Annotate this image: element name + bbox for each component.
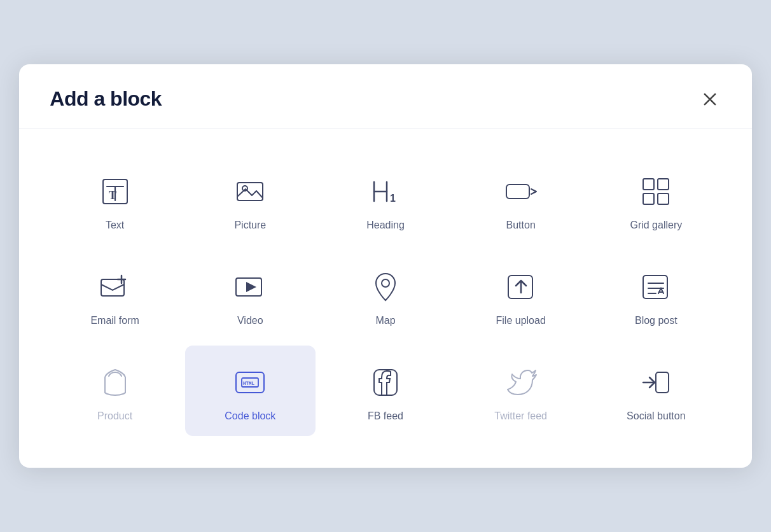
svg-rect-6: [237, 183, 263, 200]
block-label-social-button: Social button: [627, 410, 686, 422]
block-label-picture: Picture: [234, 220, 266, 231]
block-item-button[interactable]: Button: [455, 155, 586, 245]
block-item-video[interactable]: Video: [185, 250, 316, 340]
add-block-modal: Add a block T Text Picture 1 Heading: [19, 64, 751, 468]
grid-gallery-icon: [637, 172, 675, 211]
block-item-email-form[interactable]: Email form: [50, 250, 180, 340]
block-label-code-block: Code block: [225, 410, 275, 422]
picture-icon: [231, 172, 269, 211]
block-label-text: Text: [106, 220, 124, 231]
map-icon: [366, 268, 405, 306]
product-icon: [96, 363, 134, 402]
block-label-blog-post: Blog post: [635, 315, 677, 326]
block-label-email-form: Email form: [90, 315, 139, 326]
blocks-grid: T Text Picture 1 Heading Button Grid gal…: [50, 155, 721, 436]
block-label-map: Map: [375, 315, 395, 326]
text-icon: T: [96, 172, 134, 211]
block-label-file-upload: File upload: [496, 315, 546, 326]
svg-rect-34: [656, 372, 669, 393]
fb-feed-icon: [366, 363, 405, 402]
block-item-fb-feed[interactable]: FB feed: [321, 346, 451, 436]
svg-rect-14: [658, 179, 669, 190]
block-item-map[interactable]: Map: [321, 250, 451, 340]
block-item-grid-gallery[interactable]: Grid gallery: [591, 155, 721, 245]
email-form-icon: [96, 268, 134, 306]
blog-post-icon: [637, 268, 675, 306]
svg-rect-33: [374, 370, 397, 395]
code-block-icon: HTML: [231, 363, 269, 402]
block-label-heading: Heading: [366, 220, 405, 231]
twitter-feed-icon: [502, 363, 540, 402]
block-label-grid-gallery: Grid gallery: [630, 220, 682, 231]
heading-icon: 1: [366, 172, 405, 211]
block-item-heading[interactable]: 1 Heading: [321, 155, 451, 245]
block-label-video: Video: [237, 315, 263, 326]
svg-rect-17: [101, 279, 124, 296]
svg-rect-25: [643, 276, 667, 298]
modal-header: Add a block: [19, 64, 751, 129]
block-item-blog-post[interactable]: Blog post: [591, 250, 721, 340]
block-item-picture[interactable]: Picture: [185, 155, 316, 245]
close-button[interactable]: [698, 88, 721, 111]
block-item-file-upload[interactable]: File upload: [455, 250, 586, 340]
block-item-twitter-feed[interactable]: Twitter feed: [455, 346, 586, 436]
video-icon: [231, 268, 269, 306]
svg-rect-12: [506, 185, 529, 199]
svg-text:HTML: HTML: [243, 381, 255, 386]
block-label-product: Product: [97, 410, 132, 422]
block-item-social-button[interactable]: Social button: [591, 346, 721, 436]
modal-body: T Text Picture 1 Heading Button Grid gal…: [19, 129, 751, 468]
block-label-fb-feed: FB feed: [368, 410, 403, 422]
svg-rect-13: [643, 179, 654, 190]
file-upload-icon: [502, 268, 540, 306]
svg-rect-16: [658, 193, 669, 204]
social-button-icon: [637, 363, 675, 402]
close-icon: [701, 90, 719, 108]
block-item-code-block[interactable]: HTML Code block: [185, 346, 316, 436]
svg-text:1: 1: [390, 193, 396, 204]
svg-text:T: T: [109, 189, 116, 202]
modal-title: Add a block: [50, 87, 162, 111]
block-label-twitter-feed: Twitter feed: [494, 410, 547, 422]
block-item-text[interactable]: T Text: [50, 155, 180, 245]
svg-point-22: [382, 279, 389, 287]
svg-marker-21: [246, 282, 256, 292]
button-icon: [502, 172, 540, 211]
block-item-product[interactable]: Product: [50, 346, 180, 436]
block-label-button: Button: [506, 220, 536, 231]
svg-rect-15: [643, 193, 654, 204]
